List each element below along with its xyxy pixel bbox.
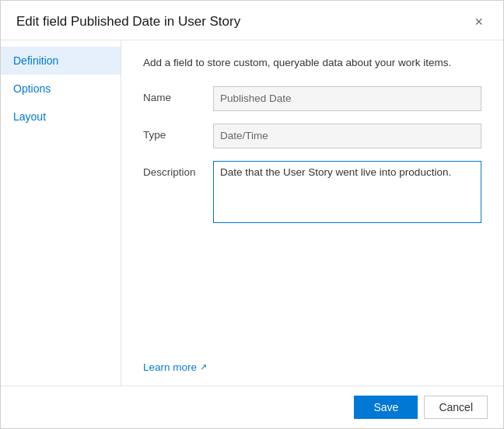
type-row: Type bbox=[143, 124, 481, 148]
dialog-footer: Save Cancel bbox=[1, 385, 503, 428]
sidebar: Definition Options Layout bbox=[1, 40, 121, 385]
dialog-title: Edit field Published Date in User Story bbox=[16, 14, 240, 30]
description-label: Description bbox=[143, 161, 213, 178]
description-textarea[interactable]: Date that the User Story went live into … bbox=[213, 161, 481, 223]
external-link-icon: ↗ bbox=[200, 362, 207, 372]
name-label: Name bbox=[143, 86, 213, 103]
sidebar-item-layout[interactable]: Layout bbox=[1, 103, 121, 131]
description-text: Add a field to store custom, queryable d… bbox=[143, 56, 481, 71]
description-row: Description Date that the User Story wen… bbox=[143, 161, 481, 223]
type-label: Type bbox=[143, 124, 213, 141]
spacer bbox=[143, 235, 481, 346]
sidebar-item-definition[interactable]: Definition bbox=[1, 47, 121, 75]
save-button[interactable]: Save bbox=[354, 396, 418, 419]
name-input[interactable] bbox=[213, 86, 481, 111]
edit-field-dialog: Edit field Published Date in User Story … bbox=[0, 0, 504, 429]
type-input[interactable] bbox=[213, 124, 481, 148]
name-row: Name bbox=[143, 86, 481, 111]
close-button[interactable]: × bbox=[470, 13, 488, 30]
learn-more-label: Learn more bbox=[143, 361, 197, 373]
learn-more-link[interactable]: Learn more ↗ bbox=[143, 361, 481, 373]
dialog-header: Edit field Published Date in User Story … bbox=[1, 1, 503, 40]
cancel-button[interactable]: Cancel bbox=[424, 396, 488, 419]
sidebar-item-options[interactable]: Options bbox=[1, 75, 121, 103]
dialog-body: Definition Options Layout Add a field to… bbox=[1, 40, 503, 385]
main-content: Add a field to store custom, queryable d… bbox=[121, 40, 503, 385]
